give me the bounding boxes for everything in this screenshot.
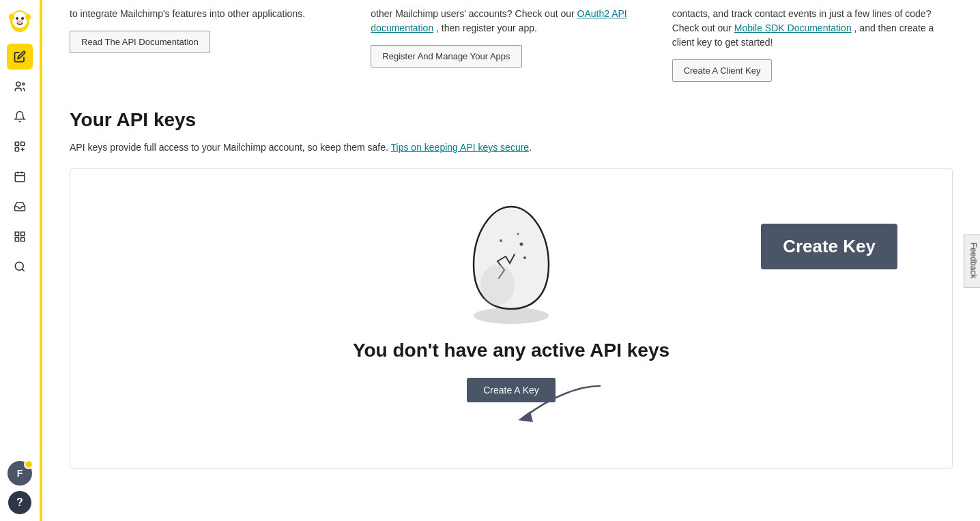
sidebar-item-calendar[interactable] bbox=[7, 164, 33, 190]
top-card-api-text: to integrate Mailchimp's features into o… bbox=[70, 7, 350, 21]
svg-point-27 bbox=[500, 239, 502, 242]
svg-line-21 bbox=[22, 269, 24, 271]
top-card-api: to integrate Mailchimp's features into o… bbox=[70, 7, 350, 82]
sidebar-item-dashboard[interactable] bbox=[7, 224, 33, 250]
api-keys-section: Your API keys API keys provide full acce… bbox=[70, 109, 953, 468]
svg-point-6 bbox=[25, 14, 31, 20]
svg-point-8 bbox=[23, 83, 25, 85]
empty-state-box: You don't have any active API keys Creat… bbox=[70, 168, 953, 468]
svg-rect-19 bbox=[21, 238, 25, 241]
top-card-oauth-text: other Mailchimp users' accounts? Check o… bbox=[371, 7, 651, 35]
svg-rect-9 bbox=[15, 142, 18, 145]
svg-point-23 bbox=[480, 265, 515, 306]
svg-point-5 bbox=[9, 14, 14, 20]
avatar-letter: F bbox=[17, 468, 23, 479]
top-card-mobile-text: contacts, and track contact events in ju… bbox=[672, 7, 953, 50]
sidebar-item-integrations[interactable] bbox=[7, 134, 33, 160]
main-content: to integrate Mailchimp's features into o… bbox=[42, 0, 980, 521]
help-button[interactable]: ? bbox=[8, 491, 31, 514]
svg-rect-11 bbox=[15, 148, 18, 151]
svg-point-20 bbox=[15, 262, 23, 270]
sidebar-item-edit[interactable] bbox=[7, 44, 33, 70]
api-keys-description: API keys provide full access to your Mai… bbox=[70, 140, 953, 155]
create-key-button[interactable]: Create A Key bbox=[467, 378, 556, 402]
create-client-key-top-button[interactable]: Create A Client Key bbox=[672, 59, 773, 82]
svg-rect-12 bbox=[15, 173, 25, 182]
notification-badge: ↑ bbox=[24, 460, 33, 469]
register-apps-button[interactable]: Register And Manage Your Apps bbox=[371, 45, 521, 68]
svg-rect-17 bbox=[21, 232, 25, 235]
api-keys-title: Your API keys bbox=[70, 109, 953, 131]
top-section: to integrate Mailchimp's features into o… bbox=[70, 0, 953, 95]
svg-rect-16 bbox=[15, 232, 18, 235]
mobile-sdk-link[interactable]: Mobile SDK Documentation bbox=[734, 23, 852, 33]
read-api-docs-button[interactable]: Read The API Documentation bbox=[70, 31, 210, 53]
svg-point-22 bbox=[474, 308, 549, 324]
svg-point-26 bbox=[517, 233, 519, 235]
svg-point-3 bbox=[21, 17, 24, 20]
create-key-callout-button[interactable]: Create Key bbox=[761, 224, 897, 269]
avatar[interactable]: F ↑ bbox=[8, 461, 32, 486]
logo[interactable] bbox=[6, 7, 33, 34]
feedback-tab[interactable]: Feedback bbox=[964, 234, 980, 288]
svg-rect-18 bbox=[15, 238, 18, 241]
top-card-oauth: other Mailchimp users' accounts? Check o… bbox=[371, 7, 651, 82]
svg-rect-10 bbox=[21, 142, 25, 145]
svg-point-2 bbox=[16, 17, 18, 20]
empty-state-message: You don't have any active API keys bbox=[353, 340, 669, 361]
top-card-mobile: contacts, and track contact events in ju… bbox=[672, 7, 953, 82]
svg-point-7 bbox=[16, 82, 20, 86]
sidebar-item-search[interactable] bbox=[7, 254, 33, 280]
tips-link[interactable]: Tips on keeping API keys secure bbox=[391, 142, 530, 153]
svg-point-24 bbox=[520, 243, 523, 246]
sidebar-item-campaigns[interactable] bbox=[7, 104, 33, 130]
svg-point-25 bbox=[523, 256, 526, 259]
sidebar-item-audience[interactable] bbox=[7, 74, 33, 100]
egg-illustration bbox=[457, 196, 566, 326]
svg-marker-28 bbox=[518, 411, 533, 422]
sidebar: F ↑ ? bbox=[0, 0, 42, 521]
sidebar-item-inbox[interactable] bbox=[7, 194, 33, 220]
